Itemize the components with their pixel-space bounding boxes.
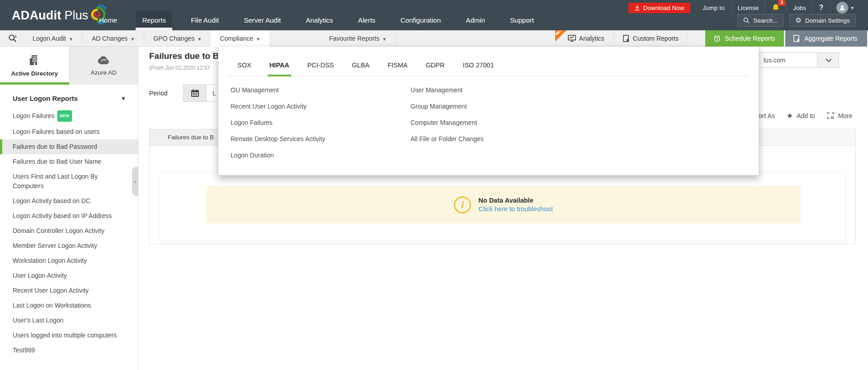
sidebar-item-first-last-logon[interactable]: Users First and Last Logon By Computers <box>0 169 138 194</box>
help-icon: ? <box>819 4 824 12</box>
sidebar-item-test999[interactable]: Test999 <box>0 343 138 358</box>
tab-gdpr[interactable]: GDPR <box>417 62 454 76</box>
section-collapse-caret-icon[interactable]: ▼ <box>121 95 126 102</box>
jobs-link[interactable]: Jobs <box>786 3 812 12</box>
period-calendar-button[interactable] <box>183 85 207 102</box>
domain-settings-button[interactable]: ⚙ Domain Settings <box>789 14 856 27</box>
sidebar-item-logon-failures[interactable]: Logon FailuresNEW <box>0 108 138 124</box>
menu-item-ou-management[interactable]: OU Management <box>231 82 325 98</box>
chevron-down-icon: ▾ <box>851 5 854 11</box>
toolbar-separator <box>396 33 396 43</box>
star-icon: ★ <box>787 111 793 120</box>
menu-compliance[interactable]: Compliance▼ <box>211 30 269 47</box>
chevron-down-icon: ▼ <box>69 37 73 42</box>
report-actions: ort As ★ Add to More <box>759 111 853 120</box>
download-now-button[interactable]: Download Now <box>628 3 690 13</box>
chevron-left-icon: ‹ <box>134 178 136 185</box>
menu-item-user-management[interactable]: User Management <box>410 82 484 98</box>
navbar-button-row: Search... ⚙ Domain Settings <box>737 14 856 27</box>
new-ribbon: NEW <box>555 29 568 42</box>
app-logo[interactable]: ADAudit Plus <box>12 6 106 24</box>
sidebar-item-dc-logon-activity[interactable]: Domain Controller Logon Activity <box>0 223 138 238</box>
sidebar-section-header[interactable]: User Logon Reports ▼ <box>0 85 138 108</box>
sidebar-item-logon-activity-dc[interactable]: Logon Activity based on DC <box>0 194 138 209</box>
aggregate-reports-button[interactable]: Aggregate Reports <box>785 30 867 47</box>
menu-item-logon-failures[interactable]: Logon Failures <box>231 114 325 131</box>
chevron-down-icon: ▼ <box>197 37 202 42</box>
tab-azure-ad-label: Azure AD <box>91 69 117 76</box>
jump-to-link[interactable]: Jump to <box>697 3 731 12</box>
sidebar-item-failures-bad-password[interactable]: Failures due to Bad Password <box>0 139 138 154</box>
sidebar-item-member-server[interactable]: Member Server Logon Activity <box>0 238 138 253</box>
calendar-icon <box>191 89 199 97</box>
avatar <box>836 2 848 14</box>
nav-admin[interactable]: Admin <box>459 11 491 30</box>
nav-reports[interactable]: Reports <box>136 11 172 30</box>
menu-ad-changes[interactable]: AD Changes▼ <box>83 30 144 47</box>
sidebar-tabs: Active Directory Azure AD <box>0 47 138 85</box>
sidebar-item-failures-bad-user-name[interactable]: Failures due to Bad User Name <box>0 154 138 169</box>
menu-item-all-file-folder-changes[interactable]: All File or Folder Changes <box>410 131 484 147</box>
custom-reports-button[interactable]: Custom Reports <box>614 30 688 47</box>
account-menu[interactable]: ▾ <box>830 3 860 12</box>
help-button[interactable]: ? <box>812 3 830 12</box>
nav-alerts[interactable]: Alerts <box>352 11 382 30</box>
chevron-down-icon: ▼ <box>130 37 135 42</box>
menu-item-remote-desktop-services[interactable]: Remote Desktop Services Activity <box>231 131 325 147</box>
chevron-down-icon: ▼ <box>256 37 260 42</box>
info-icon: i <box>454 196 471 213</box>
tab-azure-ad[interactable]: Azure AD <box>69 47 138 85</box>
tab-glba[interactable]: GLBA <box>343 62 379 76</box>
menu-item-logon-duration[interactable]: Logon Duration <box>231 147 325 163</box>
toolbar-right: NEW Analytics Custom Reports <box>554 30 868 47</box>
sidebar-item-logon-activity-ip[interactable]: Logon Activity based on IP Address <box>0 209 138 223</box>
tab-sox[interactable]: SOX <box>228 62 260 76</box>
tab-iso-27001[interactable]: ISO 27001 <box>453 62 503 76</box>
menu-item-group-management[interactable]: Group Management <box>410 98 484 114</box>
menu-item-recent-user-logon-activity[interactable]: Recent User Logon Activity <box>231 98 325 114</box>
top-navbar: ADAudit Plus Home Reports File Audit Ser… <box>0 0 868 30</box>
domain-select-chevron[interactable] <box>818 52 839 68</box>
more-button[interactable]: More <box>827 112 853 119</box>
compliance-menu-column-2: User Management Group Management Compute… <box>410 82 484 147</box>
global-search-button[interactable]: Search... <box>737 14 783 27</box>
menu-logon-audit[interactable]: Logon Audit▼ <box>24 30 82 47</box>
tab-pci-dss[interactable]: PCI-DSS <box>298 62 343 76</box>
schedule-reports-button[interactable]: Schedule Reports <box>705 30 784 47</box>
add-to-button[interactable]: ★ Add to <box>787 111 815 120</box>
sidebar-item-workstation[interactable]: Workstation Logon Activity <box>0 253 138 268</box>
doc-star-icon <box>793 35 800 43</box>
nav-file-audit[interactable]: File Audit <box>184 11 225 30</box>
export-as-button[interactable]: ort As <box>759 112 775 119</box>
tab-fisma[interactable]: FISMA <box>378 62 416 76</box>
new-badge: NEW <box>57 110 72 122</box>
page-subtitle: (From Jun 02,2020 12:57 <box>149 65 210 71</box>
nav-server-audit[interactable]: Server Audit <box>237 11 287 30</box>
download-icon <box>634 5 640 11</box>
sidebar-item-last-logon-workstations[interactable]: Last Logon on Workstations <box>0 298 138 313</box>
sidebar-item-logon-failures-users[interactable]: Logon Failures based on users <box>0 124 138 139</box>
menu-gpo-changes[interactable]: GPO Changes▼ <box>144 30 211 47</box>
sidebar-item-multiple-computers[interactable]: Users logged into multiple computers <box>0 328 138 343</box>
sidebar-collapse-handle[interactable]: ‹ <box>132 167 138 196</box>
license-link[interactable]: License <box>731 3 765 12</box>
troubleshoot-link[interactable]: Click here to troubleshoot <box>478 205 552 213</box>
menu-favourite-reports[interactable]: Favourite Reports▼ <box>320 30 396 47</box>
nav-home[interactable]: Home <box>93 11 123 30</box>
notifications-button[interactable]: 3 <box>765 3 786 12</box>
tab-active-directory[interactable]: Active Directory <box>0 47 69 85</box>
nav-configuration[interactable]: Configuration <box>394 11 447 30</box>
reports-toolbar: Logon Audit▼ AD Changes▼ GPO Changes▼ Co… <box>0 30 868 47</box>
sidebar-item-user-logon-activity[interactable]: User Logon Activity <box>0 268 138 283</box>
sidebar-item-users-last-logon[interactable]: User's Last Logon <box>0 313 138 328</box>
sidebar-item-recent-user-logon[interactable]: Recent User Logon Activity <box>0 283 138 298</box>
compliance-menu-column-1: OU Management Recent User Logon Activity… <box>231 82 325 163</box>
nav-analytics[interactable]: Analytics <box>300 11 340 30</box>
no-data-title: No Data Available <box>478 197 552 204</box>
logo-text-bold: ADAudit <box>12 9 61 23</box>
report-search-button[interactable] <box>5 34 24 43</box>
menu-item-computer-management[interactable]: Computer Management <box>410 114 484 131</box>
tab-hipaa[interactable]: HIPAA <box>260 62 298 76</box>
analytics-button[interactable]: NEW Analytics <box>554 30 613 47</box>
nav-support[interactable]: Support <box>504 11 540 30</box>
